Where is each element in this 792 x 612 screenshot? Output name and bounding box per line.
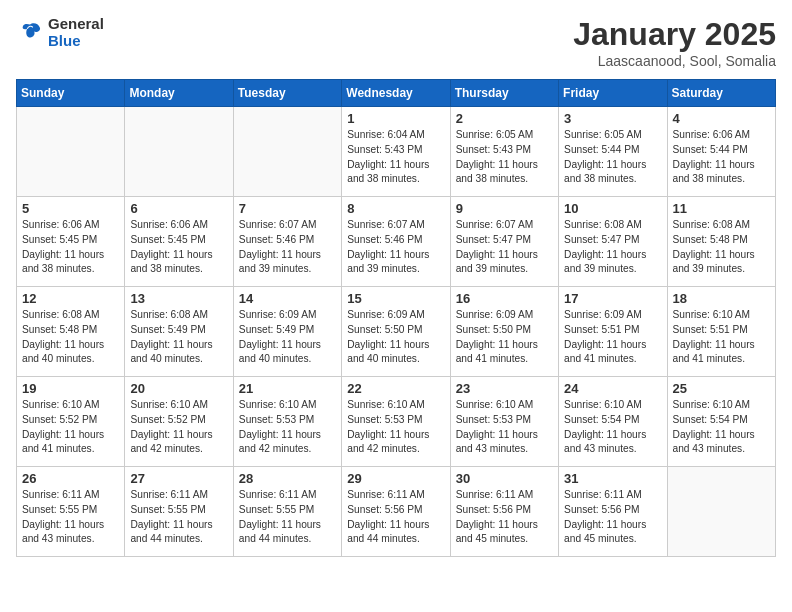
day-info: Sunrise: 6:11 AMSunset: 5:56 PMDaylight:… bbox=[456, 488, 553, 547]
logo-blue: Blue bbox=[48, 32, 81, 49]
day-info: Sunrise: 6:11 AMSunset: 5:56 PMDaylight:… bbox=[564, 488, 661, 547]
day-number: 12 bbox=[22, 291, 119, 306]
week-row-4: 19Sunrise: 6:10 AMSunset: 5:52 PMDayligh… bbox=[17, 377, 776, 467]
weekday-header-saturday: Saturday bbox=[667, 80, 775, 107]
day-number: 5 bbox=[22, 201, 119, 216]
calendar-cell: 13Sunrise: 6:08 AMSunset: 5:49 PMDayligh… bbox=[125, 287, 233, 377]
day-info: Sunrise: 6:07 AMSunset: 5:46 PMDaylight:… bbox=[239, 218, 336, 277]
day-number: 2 bbox=[456, 111, 553, 126]
calendar-cell: 17Sunrise: 6:09 AMSunset: 5:51 PMDayligh… bbox=[559, 287, 667, 377]
calendar-table: SundayMondayTuesdayWednesdayThursdayFrid… bbox=[16, 79, 776, 557]
day-info: Sunrise: 6:11 AMSunset: 5:55 PMDaylight:… bbox=[22, 488, 119, 547]
calendar-cell: 20Sunrise: 6:10 AMSunset: 5:52 PMDayligh… bbox=[125, 377, 233, 467]
logo: General Blue bbox=[16, 16, 104, 49]
title-block: January 2025 Laascaanood, Sool, Somalia bbox=[573, 16, 776, 69]
day-info: Sunrise: 6:10 AMSunset: 5:53 PMDaylight:… bbox=[239, 398, 336, 457]
calendar-cell: 30Sunrise: 6:11 AMSunset: 5:56 PMDayligh… bbox=[450, 467, 558, 557]
day-number: 30 bbox=[456, 471, 553, 486]
day-number: 25 bbox=[673, 381, 770, 396]
day-info: Sunrise: 6:10 AMSunset: 5:53 PMDaylight:… bbox=[347, 398, 444, 457]
weekday-header-friday: Friday bbox=[559, 80, 667, 107]
weekday-header-monday: Monday bbox=[125, 80, 233, 107]
calendar-cell: 6Sunrise: 6:06 AMSunset: 5:45 PMDaylight… bbox=[125, 197, 233, 287]
calendar-cell: 21Sunrise: 6:10 AMSunset: 5:53 PMDayligh… bbox=[233, 377, 341, 467]
day-info: Sunrise: 6:08 AMSunset: 5:49 PMDaylight:… bbox=[130, 308, 227, 367]
page-header: General Blue January 2025 Laascaanood, S… bbox=[16, 16, 776, 69]
week-row-2: 5Sunrise: 6:06 AMSunset: 5:45 PMDaylight… bbox=[17, 197, 776, 287]
calendar-cell: 4Sunrise: 6:06 AMSunset: 5:44 PMDaylight… bbox=[667, 107, 775, 197]
day-info: Sunrise: 6:09 AMSunset: 5:49 PMDaylight:… bbox=[239, 308, 336, 367]
day-number: 9 bbox=[456, 201, 553, 216]
day-number: 16 bbox=[456, 291, 553, 306]
week-row-1: 1Sunrise: 6:04 AMSunset: 5:43 PMDaylight… bbox=[17, 107, 776, 197]
calendar-cell: 26Sunrise: 6:11 AMSunset: 5:55 PMDayligh… bbox=[17, 467, 125, 557]
day-number: 3 bbox=[564, 111, 661, 126]
weekday-header-sunday: Sunday bbox=[17, 80, 125, 107]
calendar-cell: 3Sunrise: 6:05 AMSunset: 5:44 PMDaylight… bbox=[559, 107, 667, 197]
day-number: 24 bbox=[564, 381, 661, 396]
day-info: Sunrise: 6:07 AMSunset: 5:46 PMDaylight:… bbox=[347, 218, 444, 277]
day-info: Sunrise: 6:06 AMSunset: 5:45 PMDaylight:… bbox=[130, 218, 227, 277]
day-info: Sunrise: 6:09 AMSunset: 5:51 PMDaylight:… bbox=[564, 308, 661, 367]
day-number: 1 bbox=[347, 111, 444, 126]
calendar-cell: 29Sunrise: 6:11 AMSunset: 5:56 PMDayligh… bbox=[342, 467, 450, 557]
calendar-cell: 24Sunrise: 6:10 AMSunset: 5:54 PMDayligh… bbox=[559, 377, 667, 467]
weekday-header-tuesday: Tuesday bbox=[233, 80, 341, 107]
calendar-cell: 27Sunrise: 6:11 AMSunset: 5:55 PMDayligh… bbox=[125, 467, 233, 557]
day-info: Sunrise: 6:10 AMSunset: 5:54 PMDaylight:… bbox=[673, 398, 770, 457]
day-info: Sunrise: 6:04 AMSunset: 5:43 PMDaylight:… bbox=[347, 128, 444, 187]
day-number: 27 bbox=[130, 471, 227, 486]
day-number: 14 bbox=[239, 291, 336, 306]
day-number: 20 bbox=[130, 381, 227, 396]
day-number: 17 bbox=[564, 291, 661, 306]
calendar-cell: 23Sunrise: 6:10 AMSunset: 5:53 PMDayligh… bbox=[450, 377, 558, 467]
day-info: Sunrise: 6:09 AMSunset: 5:50 PMDaylight:… bbox=[456, 308, 553, 367]
day-number: 13 bbox=[130, 291, 227, 306]
day-number: 28 bbox=[239, 471, 336, 486]
calendar-cell bbox=[125, 107, 233, 197]
day-number: 23 bbox=[456, 381, 553, 396]
day-info: Sunrise: 6:10 AMSunset: 5:52 PMDaylight:… bbox=[22, 398, 119, 457]
calendar-subtitle: Laascaanood, Sool, Somalia bbox=[573, 53, 776, 69]
day-number: 18 bbox=[673, 291, 770, 306]
day-number: 15 bbox=[347, 291, 444, 306]
day-number: 10 bbox=[564, 201, 661, 216]
day-info: Sunrise: 6:07 AMSunset: 5:47 PMDaylight:… bbox=[456, 218, 553, 277]
calendar-cell: 31Sunrise: 6:11 AMSunset: 5:56 PMDayligh… bbox=[559, 467, 667, 557]
calendar-cell: 8Sunrise: 6:07 AMSunset: 5:46 PMDaylight… bbox=[342, 197, 450, 287]
day-number: 11 bbox=[673, 201, 770, 216]
day-info: Sunrise: 6:10 AMSunset: 5:53 PMDaylight:… bbox=[456, 398, 553, 457]
day-number: 31 bbox=[564, 471, 661, 486]
day-info: Sunrise: 6:11 AMSunset: 5:56 PMDaylight:… bbox=[347, 488, 444, 547]
calendar-cell bbox=[233, 107, 341, 197]
calendar-cell: 11Sunrise: 6:08 AMSunset: 5:48 PMDayligh… bbox=[667, 197, 775, 287]
day-info: Sunrise: 6:10 AMSunset: 5:54 PMDaylight:… bbox=[564, 398, 661, 457]
calendar-cell: 14Sunrise: 6:09 AMSunset: 5:49 PMDayligh… bbox=[233, 287, 341, 377]
calendar-cell: 2Sunrise: 6:05 AMSunset: 5:43 PMDaylight… bbox=[450, 107, 558, 197]
calendar-title: January 2025 bbox=[573, 16, 776, 53]
weekday-header-wednesday: Wednesday bbox=[342, 80, 450, 107]
weekday-header-thursday: Thursday bbox=[450, 80, 558, 107]
week-row-5: 26Sunrise: 6:11 AMSunset: 5:55 PMDayligh… bbox=[17, 467, 776, 557]
calendar-cell: 16Sunrise: 6:09 AMSunset: 5:50 PMDayligh… bbox=[450, 287, 558, 377]
calendar-cell: 5Sunrise: 6:06 AMSunset: 5:45 PMDaylight… bbox=[17, 197, 125, 287]
week-row-3: 12Sunrise: 6:08 AMSunset: 5:48 PMDayligh… bbox=[17, 287, 776, 377]
day-info: Sunrise: 6:10 AMSunset: 5:51 PMDaylight:… bbox=[673, 308, 770, 367]
day-number: 7 bbox=[239, 201, 336, 216]
calendar-cell: 28Sunrise: 6:11 AMSunset: 5:55 PMDayligh… bbox=[233, 467, 341, 557]
day-number: 19 bbox=[22, 381, 119, 396]
day-number: 8 bbox=[347, 201, 444, 216]
day-number: 22 bbox=[347, 381, 444, 396]
day-number: 29 bbox=[347, 471, 444, 486]
calendar-cell: 22Sunrise: 6:10 AMSunset: 5:53 PMDayligh… bbox=[342, 377, 450, 467]
day-number: 6 bbox=[130, 201, 227, 216]
calendar-cell: 12Sunrise: 6:08 AMSunset: 5:48 PMDayligh… bbox=[17, 287, 125, 377]
day-number: 4 bbox=[673, 111, 770, 126]
day-info: Sunrise: 6:06 AMSunset: 5:45 PMDaylight:… bbox=[22, 218, 119, 277]
day-info: Sunrise: 6:06 AMSunset: 5:44 PMDaylight:… bbox=[673, 128, 770, 187]
day-number: 21 bbox=[239, 381, 336, 396]
logo-general: General bbox=[48, 15, 104, 32]
calendar-cell: 1Sunrise: 6:04 AMSunset: 5:43 PMDaylight… bbox=[342, 107, 450, 197]
day-info: Sunrise: 6:09 AMSunset: 5:50 PMDaylight:… bbox=[347, 308, 444, 367]
calendar-cell: 19Sunrise: 6:10 AMSunset: 5:52 PMDayligh… bbox=[17, 377, 125, 467]
